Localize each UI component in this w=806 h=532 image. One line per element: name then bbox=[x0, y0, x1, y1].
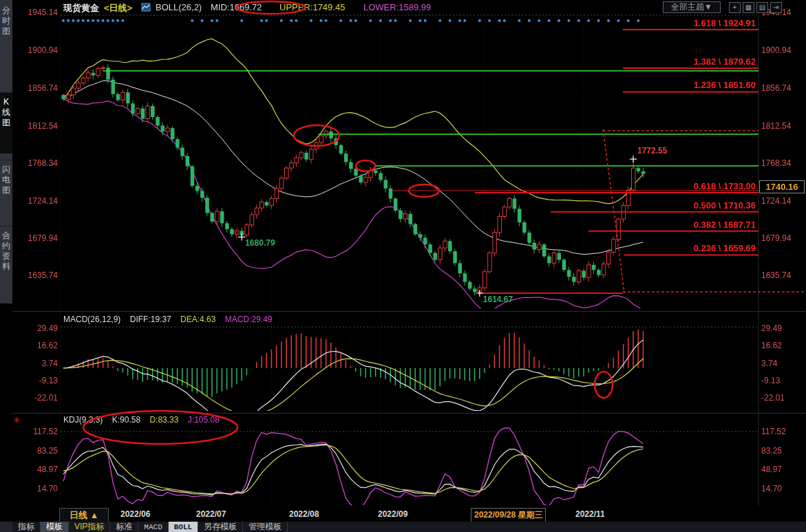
x-axis-label: 2022/08 bbox=[289, 509, 319, 519]
x-axis-label: 2022/09 bbox=[378, 509, 407, 519]
theme-dropdown[interactable]: 全部主题▼ bbox=[663, 1, 721, 13]
grid-chart-icon[interactable]: ▦ bbox=[743, 2, 754, 13]
x-axis-label: 2022/11 bbox=[575, 509, 605, 519]
x-axis-label: 2022/06 bbox=[120, 509, 150, 519]
kdj-title: KDJ(9,3,3) bbox=[63, 415, 103, 425]
window-icon-group: +▦▤⇥ bbox=[727, 1, 782, 13]
toolbar-tab-管理模板[interactable]: 管理模板 bbox=[243, 522, 288, 532]
panel-divider bbox=[12, 413, 806, 414]
sidebar-item-1[interactable]: 分时图 bbox=[0, 1, 12, 77]
toolbar-tab-MACD[interactable]: MACD bbox=[138, 522, 168, 532]
kdj-k-value: K:90.58 bbox=[112, 415, 140, 425]
crosshair-date-label: 2022/09/28 星期三 bbox=[471, 508, 546, 522]
toolbar-tab-标准[interactable]: 标准 bbox=[110, 522, 138, 532]
line-chart-icon bbox=[141, 3, 151, 14]
trading-app-window: 现货黄金 <日线> BOLL(26,2) MID:1669.72 UPPER:1… bbox=[0, 0, 806, 532]
kdj-d-value: D:83.33 bbox=[149, 415, 178, 425]
macd-title: MACD(26,12,9) bbox=[63, 315, 120, 324]
indicator-settings-icon[interactable]: ✳ bbox=[13, 415, 21, 425]
chart-canvas[interactable] bbox=[0, 0, 806, 532]
sidebar-item-2[interactable]: K线图 bbox=[0, 92, 12, 153]
chart-type-sidebar: 分时图K线图闪电图合约资料 bbox=[0, 0, 12, 532]
kdj-j-value: J:105.08 bbox=[188, 415, 220, 425]
indicator-label: BOLL(26,2) bbox=[156, 2, 202, 12]
boll-mid-value: MID:1669.72 bbox=[211, 2, 262, 12]
chart-header-bar: 现货黄金 <日线> BOLL(26,2) MID:1669.72 UPPER:1… bbox=[12, 0, 806, 15]
toolbar-tab-模板[interactable]: 模板 bbox=[41, 522, 69, 532]
macd-value: MACD:29.49 bbox=[225, 315, 273, 324]
panel-chart-icon[interactable]: ▤ bbox=[756, 2, 768, 13]
time-axis-bar: 日线 ▲ 2022/09/28 星期三 2022/062022/072022/0… bbox=[12, 507, 806, 522]
symbol-title: 现货黄金 bbox=[63, 2, 99, 14]
toolbar-tab-另存模板[interactable]: 另存模板 bbox=[198, 522, 243, 532]
exit-view-icon[interactable]: ⇥ bbox=[770, 2, 782, 13]
boll-upper-value: UPPER:1749.45 bbox=[279, 2, 345, 12]
panel-divider bbox=[12, 311, 806, 312]
boll-lower-value: LOWER:1589.99 bbox=[363, 2, 431, 12]
x-axis-label: 2022/07 bbox=[196, 509, 226, 519]
toolbar-tab-指标[interactable]: 指标 bbox=[12, 522, 41, 532]
sidebar-item-3[interactable]: 闪电图 bbox=[0, 160, 12, 221]
macd-dea-value: DEA:4.63 bbox=[180, 315, 215, 324]
crosshair-icon[interactable]: + bbox=[729, 2, 741, 13]
period-title: <日线> bbox=[104, 2, 132, 14]
toolbar-tab-VIP指标[interactable]: VIP指标 bbox=[69, 522, 110, 532]
kdj-header: KDJ(9,3,3) K:90.58 D:83.33 J:105.08 bbox=[63, 415, 226, 425]
macd-diff-value: DIFF:19.37 bbox=[130, 315, 171, 324]
bottom-toolbar: 指标模板VIP指标标准MACDBOLL另存模板管理模板 bbox=[0, 522, 806, 532]
sidebar-item-4[interactable]: 合约资料 bbox=[0, 226, 12, 308]
toolbar-tab-BOLL[interactable]: BOLL bbox=[169, 522, 198, 532]
macd-header: MACD(26,12,9) DIFF:19.37 DEA:4.63 MACD:2… bbox=[63, 315, 279, 324]
